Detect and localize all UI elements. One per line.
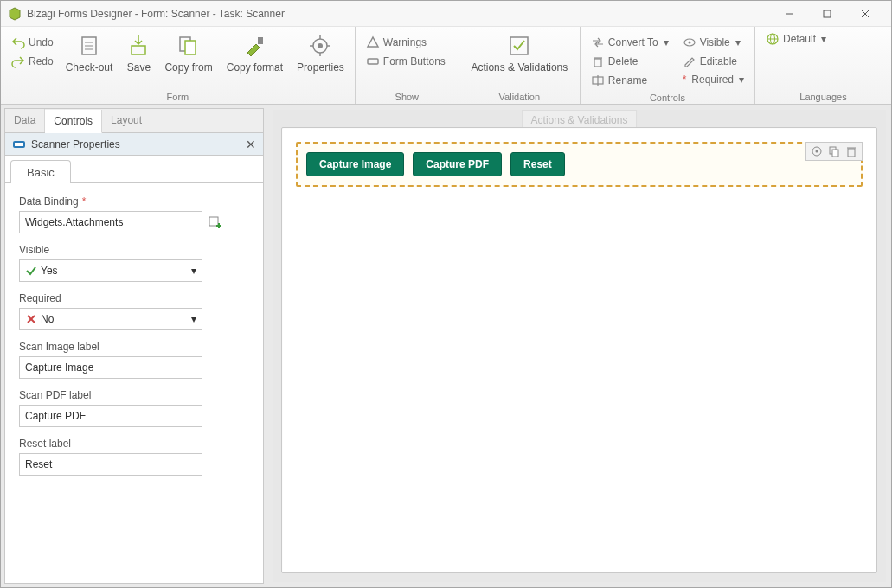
ribbon-group-show-label: Show xyxy=(356,92,459,104)
properties-button[interactable]: Properties xyxy=(293,30,348,77)
subtab-basic[interactable]: Basic xyxy=(10,160,71,183)
scan-pdf-label: Scan PDF label xyxy=(19,389,91,401)
copy-format-icon xyxy=(242,34,266,58)
ribbon: Undo Redo Check-out Save Copy xyxy=(1,27,891,105)
window-title: Bizagi Forms Designer - Form: Scanner - … xyxy=(27,8,285,20)
maximize-button[interactable] xyxy=(808,2,846,26)
actions-validations-button[interactable]: Actions & Validations xyxy=(467,30,571,77)
scanner-widget[interactable]: Capture Image Capture PDF Reset xyxy=(296,142,863,187)
capture-pdf-button[interactable]: Capture PDF xyxy=(413,152,502,176)
tab-controls[interactable]: Controls xyxy=(45,110,102,133)
visible-field-label: Visible xyxy=(19,244,49,256)
visible-value: Yes xyxy=(41,265,58,277)
editable-label: Editable xyxy=(700,55,737,67)
checkout-icon xyxy=(77,34,101,58)
copy-from-icon xyxy=(176,34,201,58)
undo-button[interactable]: Undo xyxy=(8,34,57,51)
required-star-icon: * xyxy=(82,195,87,208)
reset-input[interactable] xyxy=(19,453,202,476)
save-button[interactable]: Save xyxy=(123,30,154,77)
svg-rect-41 xyxy=(848,149,855,157)
tab-data[interactable]: Data xyxy=(5,109,45,132)
minimize-button[interactable] xyxy=(770,2,808,26)
required-star-icon: * xyxy=(683,74,687,86)
capture-image-button[interactable]: Capture Image xyxy=(306,152,404,176)
redo-button[interactable]: Redo xyxy=(8,53,57,70)
chevron-down-icon: ▾ xyxy=(191,313,196,325)
undo-label: Undo xyxy=(29,36,54,48)
svg-rect-31 xyxy=(15,143,23,146)
canvas-wrap: Actions & Validations Capture Image Capt… xyxy=(273,110,886,582)
properties-icon xyxy=(308,34,332,58)
svg-rect-12 xyxy=(258,37,263,44)
add-binding-button[interactable] xyxy=(208,215,221,229)
svg-rect-21 xyxy=(594,59,601,67)
properties-label: Properties xyxy=(297,61,344,74)
form-canvas[interactable]: Capture Image Capture PDF Reset xyxy=(281,127,877,573)
properties-body: Data Binding* Visible Yes ▾ Required No … xyxy=(5,183,263,583)
required-value: No xyxy=(41,313,54,325)
chevron-down-icon: ▾ xyxy=(191,265,196,277)
editable-icon xyxy=(683,54,696,68)
widget-tools xyxy=(805,142,863,161)
caret-icon: ▾ xyxy=(664,36,669,48)
svg-point-26 xyxy=(688,42,690,44)
left-tabs: Data Controls Layout xyxy=(5,109,263,133)
panel-title: Scanner Properties xyxy=(31,138,120,150)
copy-format-button[interactable]: Copy format xyxy=(223,30,286,77)
redo-label: Redo xyxy=(29,55,54,67)
svg-rect-32 xyxy=(209,217,218,226)
widget-delete-button[interactable] xyxy=(844,144,858,158)
visible-select[interactable]: Yes ▾ xyxy=(19,259,202,282)
language-default-button[interactable]: Default ▾ xyxy=(762,30,830,48)
actions-validations-label: Actions & Validations xyxy=(471,61,568,74)
visible-button[interactable]: Visible ▾ xyxy=(679,34,748,51)
editable-button[interactable]: Editable xyxy=(679,53,748,70)
warnings-button[interactable]: Warnings xyxy=(363,34,449,51)
form-buttons-button[interactable]: Form Buttons xyxy=(363,53,449,70)
app-icon xyxy=(8,7,22,21)
rename-button[interactable]: Rename xyxy=(587,72,672,89)
svg-rect-9 xyxy=(132,46,145,54)
titlebar: Bizagi Forms Designer - Form: Scanner - … xyxy=(1,1,891,27)
required-button[interactable]: * Required ▾ xyxy=(679,72,748,87)
reset-button[interactable]: Reset xyxy=(510,152,565,176)
tab-layout[interactable]: Layout xyxy=(102,109,151,132)
databinding-input[interactable] xyxy=(19,211,202,233)
svg-rect-11 xyxy=(185,41,196,54)
sub-tabs: Basic xyxy=(5,156,263,183)
main-area: Data Controls Layout Scanner Properties … xyxy=(1,105,891,587)
rename-icon xyxy=(591,74,605,87)
rename-label: Rename xyxy=(608,74,647,86)
globe-icon xyxy=(766,32,780,46)
caret-icon: ▾ xyxy=(735,36,741,48)
convert-to-button[interactable]: Convert To ▾ xyxy=(587,34,672,51)
ribbon-group-controls-label: Controls xyxy=(581,93,754,105)
databinding-label: Data Binding xyxy=(19,195,79,208)
svg-point-14 xyxy=(318,43,323,48)
panel-close-button[interactable]: ✕ xyxy=(246,137,256,151)
scan-image-label: Scan Image label xyxy=(19,341,99,353)
undo-icon xyxy=(11,35,25,49)
actions-validations-icon xyxy=(507,34,531,58)
widget-copy-button[interactable] xyxy=(827,144,841,158)
required-field-label: Required xyxy=(19,292,61,304)
checkout-label: Check-out xyxy=(66,61,113,74)
delete-button[interactable]: Delete xyxy=(587,53,672,70)
convert-to-label: Convert To xyxy=(608,36,658,48)
warnings-label: Warnings xyxy=(383,36,427,48)
svg-rect-2 xyxy=(824,10,831,17)
ribbon-group-validation-label: Validation xyxy=(459,92,580,104)
scan-pdf-input[interactable] xyxy=(19,405,202,427)
widget-settings-button[interactable] xyxy=(810,144,824,158)
svg-rect-40 xyxy=(832,150,838,157)
convert-to-icon xyxy=(591,35,605,49)
svg-rect-19 xyxy=(368,59,378,64)
copy-from-button[interactable]: Copy from xyxy=(161,30,215,77)
save-icon xyxy=(126,34,151,58)
required-select[interactable]: No ▾ xyxy=(19,308,202,330)
close-button[interactable] xyxy=(846,2,884,26)
checkout-button[interactable]: Check-out xyxy=(62,30,117,77)
scan-image-input[interactable] xyxy=(19,356,202,379)
visible-icon xyxy=(683,35,696,49)
